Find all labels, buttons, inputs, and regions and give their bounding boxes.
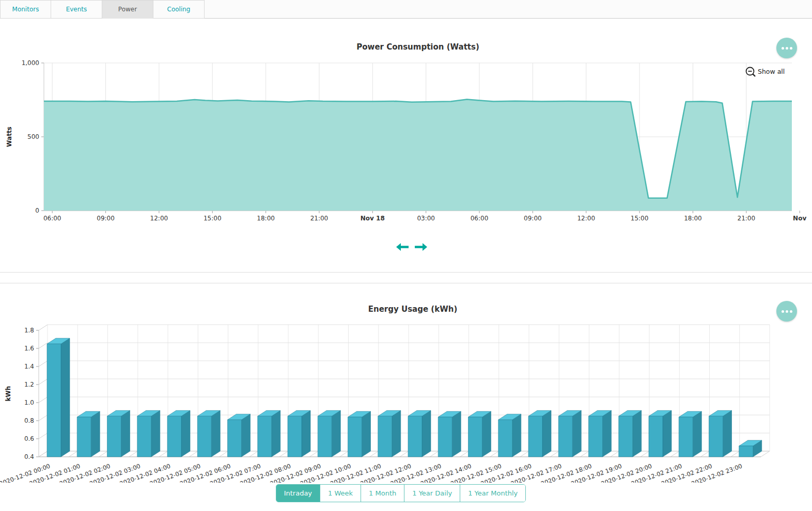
bar-front-face [498, 420, 512, 457]
range-1-week-button[interactable]: 1 Week [320, 485, 361, 502]
bar-2020-12-02 02:00 [107, 410, 130, 457]
wall-gridline [39, 343, 48, 348]
bar-front-face [288, 416, 302, 457]
y-tick-label: 0.8 [24, 417, 34, 424]
floor-gridline [99, 451, 108, 457]
bar-2020-12-02 12:00 [408, 410, 431, 457]
floor-gridline [340, 451, 349, 457]
tab-cooling[interactable]: Cooling [153, 0, 205, 19]
bar-2020-12-02 15:00 [498, 414, 521, 457]
x-tick-label: 09:00 [97, 215, 115, 222]
x-tick-label: 09:00 [524, 215, 542, 222]
bar-side-face [422, 410, 431, 457]
left-arrow-icon [396, 243, 409, 251]
y-tick-label: 0.6 [24, 435, 34, 442]
floor-gridline [641, 451, 649, 457]
bar-front-face [197, 416, 211, 457]
x-tick-label: 12:00 [150, 215, 168, 222]
bar-side-face [603, 410, 612, 457]
y-axis-title: Watts [6, 126, 13, 147]
bar-2020-12-02 13:00 [438, 411, 461, 457]
floor-gridline [189, 451, 198, 457]
right-arrow-icon [414, 243, 428, 251]
bar-2020-12-02 08:00 [288, 410, 310, 457]
ellipsis-icon [786, 310, 788, 313]
wall-gridline [39, 415, 48, 421]
range-1-month-button[interactable]: 1 Month [361, 485, 404, 502]
bar-side-face [242, 414, 251, 457]
bar-front-face [258, 416, 272, 457]
floor-gridline [611, 451, 619, 457]
x-tick-label: 18:00 [684, 215, 702, 222]
bar-front-face [408, 416, 422, 457]
y-tick-label: 1.4 [24, 363, 34, 370]
wall-gridline [39, 433, 48, 439]
y-tick-label: 1.6 [24, 345, 34, 352]
bar-front-face [47, 344, 61, 457]
x-tick-label: 06:00 [471, 215, 489, 222]
bar-2020-12-02 06:00 [228, 414, 251, 457]
bar-front-face [438, 417, 452, 457]
y-tick-label: 1.2 [24, 381, 34, 388]
bar-2020-12-02 20:00 [649, 410, 672, 457]
power-chart-title: Power Consumption (Watts) [44, 42, 792, 52]
energy-chart-menu-button[interactable] [776, 301, 797, 322]
bar-2020-12-02 03:00 [137, 410, 160, 457]
floor-gridline [490, 451, 499, 457]
zoom-out-icon [753, 74, 755, 76]
bar-2020-12-02 01:00 [77, 411, 100, 457]
floor-gridline [309, 451, 318, 457]
scroll-left-button[interactable] [396, 243, 409, 251]
tab-monitors[interactable]: Monitors [0, 0, 51, 19]
floor-gridline [400, 451, 409, 457]
show-all-label: Show all [758, 68, 785, 75]
range-intraday-button[interactable]: Intraday [276, 485, 320, 502]
bar-front-face [167, 416, 181, 457]
bar-side-face [332, 410, 340, 457]
area-series-fill [44, 100, 792, 211]
wall-gridline [39, 397, 48, 403]
bar-front-face [589, 416, 603, 457]
y-axis-title: kWh [5, 386, 12, 402]
bar-side-face [512, 414, 521, 457]
bar-2020-12-02 07:00 [258, 410, 280, 457]
ellipsis-icon [790, 47, 792, 50]
bar-2020-12-02 22:00 [709, 410, 732, 457]
range-1-year-monthly-button[interactable]: 1 Year Monthly [460, 485, 525, 502]
power-chart-menu-button[interactable] [776, 38, 797, 58]
range-selector-row: Intraday 1 Week 1 Month 1 Year Daily 1 Y… [0, 484, 812, 502]
bar-front-face [619, 416, 633, 457]
bar-front-face [107, 416, 121, 457]
bar-2020-12-02 04:00 [167, 410, 190, 457]
bar-2020-12-02 16:00 [528, 410, 551, 457]
floor-gridline [249, 451, 258, 457]
bar-front-face [679, 417, 693, 457]
show-all-button[interactable]: Show all [746, 68, 785, 77]
ellipsis-icon [790, 310, 792, 313]
bar-front-face [348, 417, 362, 457]
floor-gridline [670, 451, 679, 457]
energy-usage-chart: 0.40.60.81.01.21.41.61.82020-12-02 00:00… [0, 320, 812, 483]
bar-2020-12-02 10:00 [348, 411, 371, 457]
bar-front-face [739, 446, 753, 457]
bar-side-face [91, 411, 100, 457]
scroll-right-button[interactable] [414, 243, 428, 251]
x-tick-label: Nov 18 [361, 215, 385, 222]
tab-events[interactable]: Events [51, 0, 102, 19]
x-tick-label: 15:00 [631, 215, 649, 222]
wall-gridline [39, 451, 48, 457]
y-tick-label: 1,000 [22, 59, 39, 67]
bar-2020-12-02 19:00 [619, 410, 642, 457]
range-1-year-daily-button[interactable]: 1 Year Daily [404, 485, 460, 502]
bar-side-face [572, 410, 581, 457]
floor-gridline [69, 451, 77, 457]
bar-front-face [228, 420, 242, 457]
bar-2020-12-02 17:00 [558, 410, 581, 457]
bar-side-face [61, 338, 70, 457]
tab-power[interactable]: Power [102, 0, 153, 19]
energy-usage-panel: Energy Usage (kWh) 0.40.60.81.01.21.41.6… [0, 283, 812, 510]
x-tick-label: 18:00 [257, 215, 275, 222]
floor-gridline [701, 451, 710, 457]
bar-side-face [151, 410, 160, 457]
bar-side-face [302, 410, 310, 457]
